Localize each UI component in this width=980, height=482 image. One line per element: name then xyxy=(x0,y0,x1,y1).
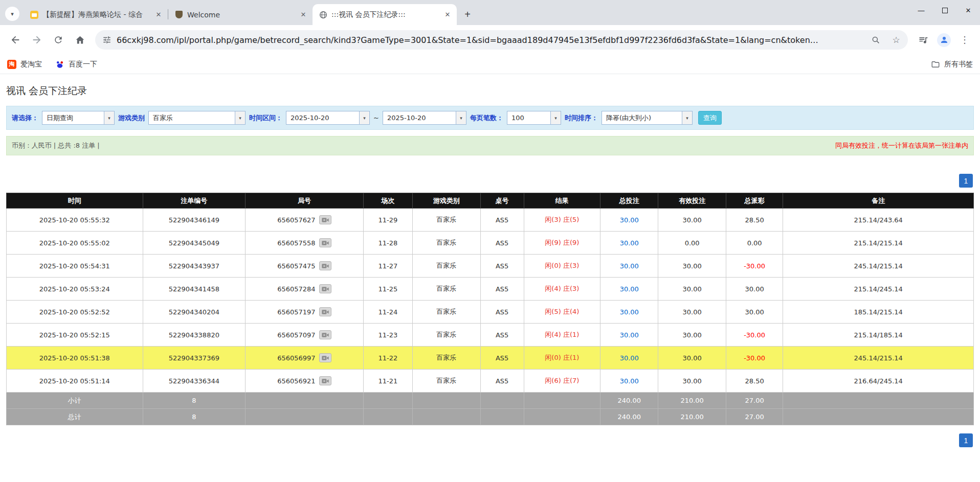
minimize-button[interactable]: — xyxy=(909,0,933,20)
cell-game-type: 百家乐 xyxy=(413,324,480,347)
refresh-button[interactable] xyxy=(48,30,69,50)
cell-bet-id: 522904346149 xyxy=(143,209,245,232)
close-tab-icon[interactable]: ✕ xyxy=(442,10,453,20)
tab-bet-records[interactable]: :::视讯 会员下注纪录::: ✕ xyxy=(313,4,457,25)
sort-select[interactable]: 降幂(由大到小) ▾ xyxy=(602,111,693,125)
result-player: 闲(4) xyxy=(545,285,561,292)
baidu-paw-icon xyxy=(55,60,64,69)
cell-bet-id: 522904337369 xyxy=(143,347,245,370)
cell-total-bet[interactable]: 30.00 xyxy=(600,209,658,232)
folder-icon xyxy=(931,60,940,69)
cell-remark: 215.14/215.14 xyxy=(783,232,974,255)
video-replay-button[interactable] xyxy=(319,330,331,339)
page-button[interactable]: 1 xyxy=(959,433,973,447)
cell-total-bet[interactable]: 30.00 xyxy=(600,232,658,255)
home-button[interactable] xyxy=(70,30,90,50)
close-tab-icon[interactable]: ✕ xyxy=(298,10,308,20)
close-tab-icon[interactable]: ✕ xyxy=(153,10,164,20)
cell-remark: 215.14/243.64 xyxy=(783,209,974,232)
video-replay-button[interactable] xyxy=(319,284,331,293)
cell-round: 656057558 xyxy=(246,232,364,255)
video-replay-button[interactable] xyxy=(319,353,331,362)
video-replay-button[interactable] xyxy=(319,261,331,270)
back-arrow-icon xyxy=(10,34,21,45)
table-row[interactable]: 2025-10-20 05:55:32 522904346149 6560576… xyxy=(7,209,974,232)
per-page-select[interactable]: 100 ▾ xyxy=(507,111,561,125)
camera-icon xyxy=(322,309,329,315)
tab-forum[interactable]: 【新提醒】海燕策略论坛 - 综合 ✕ xyxy=(24,4,168,25)
chevron-down-icon[interactable]: ▾ xyxy=(359,111,369,124)
round-number: 656056921 xyxy=(277,377,315,385)
cell-remark: 215.14/185.14 xyxy=(783,324,974,347)
video-replay-button[interactable] xyxy=(319,238,331,247)
query-type-select[interactable]: 日期查询 ▾ xyxy=(42,111,115,125)
back-button[interactable] xyxy=(5,30,26,50)
cell-total-bet[interactable]: 30.00 xyxy=(600,370,658,393)
tab-welcome[interactable]: Welcome ✕ xyxy=(168,4,313,25)
cell-total-bet[interactable]: 30.00 xyxy=(600,347,658,370)
chevron-down-icon[interactable]: ▾ xyxy=(456,111,466,124)
header-remark: 备注 xyxy=(783,193,974,209)
mail-favicon-icon xyxy=(30,10,38,19)
close-window-button[interactable]: ✕ xyxy=(956,0,980,20)
table-row[interactable]: 2025-10-20 05:51:38 522904337369 6560569… xyxy=(7,347,974,370)
media-controls-button[interactable] xyxy=(913,30,933,50)
video-replay-button[interactable] xyxy=(319,376,331,385)
table-row[interactable]: 2025-10-20 05:52:15 522904338820 6560570… xyxy=(7,324,974,347)
all-bookmarks-label: 所有书签 xyxy=(944,60,973,69)
page-content: 视讯 会员下注纪录 请选择： 日期查询 ▾ 游戏类别 百家乐 ▾ 时间区间： 2… xyxy=(0,84,980,447)
chevron-down-icon[interactable]: ▾ xyxy=(682,111,692,124)
bookmark-baidu[interactable]: 百度一下 xyxy=(55,60,97,69)
table-row[interactable]: 2025-10-20 05:53:24 522904341458 6560572… xyxy=(7,278,974,301)
table-row[interactable]: 2025-10-20 05:54:31 522904343937 6560574… xyxy=(7,255,974,278)
table-row[interactable]: 2025-10-20 05:51:14 522904336344 6560569… xyxy=(7,370,974,393)
tab-title: Welcome xyxy=(187,11,294,19)
pagination-top: 1 xyxy=(6,174,973,188)
bookmark-taobao[interactable]: 淘 爱淘宝 xyxy=(7,60,42,69)
cell-total-bet[interactable]: 30.00 xyxy=(600,278,658,301)
cell-result: 闲(5) 庄(4) xyxy=(524,301,600,324)
forward-arrow-icon xyxy=(31,34,42,45)
cell-valid-bet: 30.00 xyxy=(658,301,726,324)
cell-total-bet[interactable]: 30.00 xyxy=(600,255,658,278)
chevron-down-icon[interactable]: ▾ xyxy=(104,111,114,124)
all-bookmarks-button[interactable]: 所有书签 xyxy=(931,60,973,69)
subtotal-valid-bet: 210.00 xyxy=(658,393,726,409)
zoom-button[interactable] xyxy=(868,32,883,48)
new-tab-button[interactable]: + xyxy=(460,7,475,22)
tab-search-button[interactable]: ▾ xyxy=(5,7,19,21)
result-banker: 庄(4) xyxy=(563,308,579,315)
cell-table-no: AS5 xyxy=(480,232,524,255)
window-controls: — ✕ xyxy=(909,0,980,20)
video-replay-button[interactable] xyxy=(319,215,331,224)
cell-total-bet[interactable]: 30.00 xyxy=(600,301,658,324)
pagination-bottom: 1 xyxy=(6,433,973,447)
bookmark-star-button[interactable]: ☆ xyxy=(888,32,904,48)
video-replay-button[interactable] xyxy=(319,307,331,316)
browser-menu-button[interactable]: ⋮ xyxy=(954,30,975,50)
profile-avatar[interactable] xyxy=(937,33,951,47)
table-row[interactable]: 2025-10-20 05:55:02 522904345049 6560575… xyxy=(7,232,974,255)
cell-total-bet[interactable]: 30.00 xyxy=(600,324,658,347)
url-bar[interactable]: 66cxkj98.com/ipl/portal.php/game/betreco… xyxy=(95,30,908,50)
table-row[interactable]: 2025-10-20 05:52:52 522904340204 6560571… xyxy=(7,301,974,324)
date-from-select[interactable]: 2025-10-20 ▾ xyxy=(286,111,370,125)
search-button[interactable]: 查询 xyxy=(698,111,722,125)
cell-remark: 215.14/245.14 xyxy=(783,278,974,301)
cell-session: 11-29 xyxy=(363,209,412,232)
cell-session: 11-24 xyxy=(363,301,412,324)
subtotal-label: 小计 xyxy=(7,393,143,409)
game-type-select[interactable]: 百家乐 ▾ xyxy=(148,111,246,125)
site-settings-icon[interactable] xyxy=(102,35,112,44)
chevron-down-icon[interactable]: ▾ xyxy=(235,111,245,124)
date-to-select[interactable]: 2025-10-20 ▾ xyxy=(383,111,466,125)
chevron-down-icon[interactable]: ▾ xyxy=(550,111,561,124)
bet-records-table: 时间 注单编号 局号 场次 游戏类别 桌号 结果 总投注 有效投注 总派彩 备注… xyxy=(6,193,974,425)
maximize-button[interactable] xyxy=(933,0,956,20)
result-player: 闲(6) xyxy=(545,377,561,384)
table-header-row: 时间 注单编号 局号 场次 游戏类别 桌号 结果 总投注 有效投注 总派彩 备注 xyxy=(7,193,974,209)
forward-button[interactable] xyxy=(27,30,47,50)
page-button[interactable]: 1 xyxy=(959,174,973,188)
page-title: 视讯 会员下注纪录 xyxy=(6,84,974,98)
cell-game-type: 百家乐 xyxy=(413,301,480,324)
